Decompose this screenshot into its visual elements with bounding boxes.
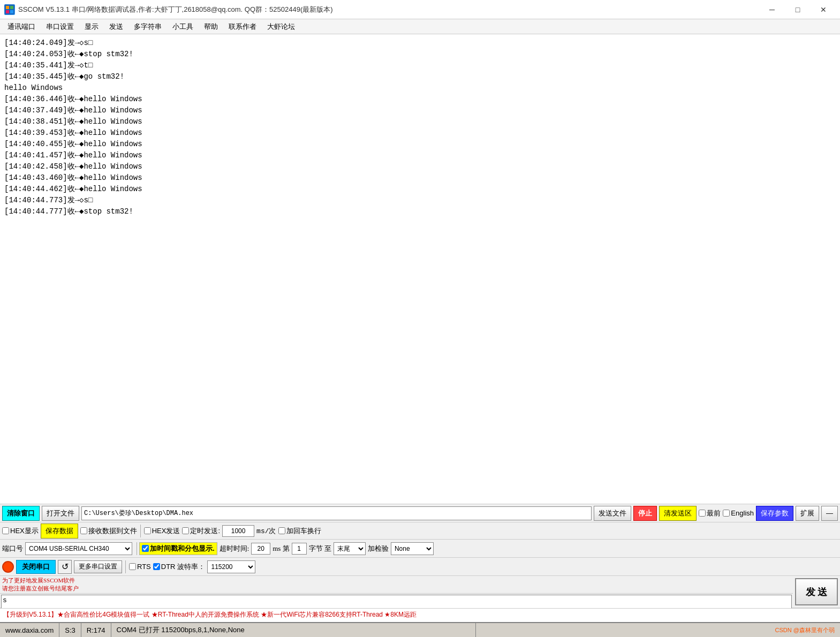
log-line: [14:40:44.462]收←◆hello Windows	[4, 184, 836, 195]
collapse-button[interactable]: —	[821, 506, 838, 521]
log-line: [14:40:40.455]收←◆hello Windows	[4, 139, 836, 150]
window-title: SSCOM V5.13.1 串口/网络数据调试器,作者:大虾丁丁,2618058…	[18, 5, 333, 14]
timed-send-label[interactable]: 定时发送:	[182, 526, 220, 536]
send-button[interactable]: 发 送	[795, 578, 838, 605]
menu-contact[interactable]: 联系作者	[223, 20, 262, 33]
log-line: [14:40:24.049]发→◇s□	[4, 37, 836, 49]
english-label[interactable]: English	[723, 509, 754, 517]
menu-serial-settings[interactable]: 串口设置	[41, 20, 79, 33]
timed-send-checkbox[interactable]	[182, 527, 189, 534]
website-status: www.daxia.com	[0, 623, 59, 637]
english-checkbox[interactable]	[723, 510, 730, 517]
output-area: [14:40:24.049]发→◇s□[14:40:24.053]收←◆stop…	[0, 34, 840, 504]
log-line: [14:40:37.449]收←◆hello Windows	[4, 105, 836, 116]
toolbar-row1: 清除窗口 打开文件 发送文件 停止 清发送区 最前 English 保存参数 扩…	[0, 504, 840, 522]
menu-display[interactable]: 显示	[79, 20, 104, 33]
menu-help[interactable]: 帮助	[199, 20, 223, 33]
open-file-button[interactable]: 打开文件	[42, 506, 79, 521]
expand-button[interactable]: 扩展	[796, 506, 819, 521]
timestamp-label[interactable]: 加时间戳和分包显示.	[139, 542, 217, 555]
close-port-button[interactable]: 关闭串口	[16, 560, 56, 574]
log-line: [14:40:44.773]发→◇s□	[4, 195, 836, 206]
byte-label: 字节 至	[309, 544, 331, 553]
log-line: [14:40:43.460]收←◆hello Windows	[4, 172, 836, 184]
hex-send-checkbox[interactable]	[144, 527, 151, 534]
file-path-input[interactable]	[81, 506, 592, 520]
log-line: [14:40:42.458]收←◆hello Windows	[4, 161, 836, 172]
hex-display-label[interactable]: HEX显示	[2, 526, 39, 536]
menu-bar: 通讯端口 串口设置 显示 发送 多字符串 小工具 帮助 联系作者 大虾论坛	[0, 19, 840, 34]
window-controls: ─ □ ✕	[760, 2, 836, 17]
clear-window-button[interactable]: 清除窗口	[2, 506, 40, 521]
output-lines: [14:40:24.049]发→◇s□[14:40:24.053]收←◆stop…	[4, 37, 836, 217]
log-line: [14:40:39.453]收←◆hello Windows	[4, 127, 836, 139]
recv-to-file-label[interactable]: 接收数据到文件	[80, 526, 137, 536]
timeout-label: 超时时间:	[220, 544, 249, 553]
rts-dtr-row: RTS DTR 波特率： 115200	[129, 560, 255, 573]
port-settings-row: 端口号 COM4 USB-SERIAL CH340 加时间戳和分包显示. 超时时…	[0, 540, 840, 558]
log-line: [14:40:35.445]收←◆go stm32!	[4, 71, 836, 82]
status-bar: www.daxia.com S:3 R:174 COM4 已打开 115200b…	[0, 622, 840, 637]
checksum-select[interactable]: None	[391, 542, 434, 555]
recv-to-file-checkbox[interactable]	[80, 527, 87, 534]
menu-tools[interactable]: 小工具	[167, 20, 199, 33]
port-control-row: 关闭串口 ↺ 更多串口设置 RTS DTR 波特率： 115200	[0, 558, 840, 576]
baud-rate-label: 波特率：	[177, 562, 205, 572]
input-send-row: 为了更好地发展SSCOM软件请您注册嘉立创账号结尾客户 s 发 送	[0, 576, 840, 608]
clear-send-area-button[interactable]: 清发送区	[659, 506, 697, 521]
most-recent-checkbox[interactable]	[699, 510, 706, 517]
close-button[interactable]: ✕	[811, 2, 836, 17]
save-params-button[interactable]: 保存参数	[756, 506, 793, 521]
refresh-button[interactable]: ↺	[58, 560, 72, 574]
log-line: [14:40:38.451]收←◆hello Windows	[4, 116, 836, 127]
rts-label[interactable]: RTS	[129, 563, 151, 571]
menu-communications[interactable]: 通讯端口	[2, 20, 41, 33]
save-data-button[interactable]: 保存数据	[41, 524, 78, 539]
menu-forum[interactable]: 大虾论坛	[262, 20, 300, 33]
hex-send-label[interactable]: HEX发送	[144, 526, 180, 536]
log-line: hello Windows	[4, 82, 836, 94]
timestamp-checkbox[interactable]	[142, 545, 149, 552]
log-line: [14:40:24.053]收←◆stop stm32!	[4, 49, 836, 60]
add-crlf-checkbox[interactable]	[278, 527, 285, 534]
more-settings-button[interactable]: 更多串口设置	[74, 560, 122, 573]
maximize-button[interactable]: □	[785, 2, 810, 17]
dtr-label[interactable]: DTR	[153, 563, 176, 571]
log-line: [14:40:36.446]收←◆hello Windows	[4, 94, 836, 105]
port-num-label: 端口号	[2, 544, 23, 553]
svg-rect-1	[6, 6, 9, 9]
promo-text: 【升级到V5.13.1】★合宙高性价比4G模块值得一试 ★RT-Thread中人…	[3, 611, 417, 618]
timeout-value[interactable]	[251, 543, 270, 555]
send-count-status: S:3	[59, 623, 81, 637]
dtr-checkbox[interactable]	[153, 563, 160, 570]
promo-bar: 【升级到V5.13.1】★合宙高性价比4G模块值得一试 ★RT-Thread中人…	[0, 608, 840, 622]
timeout-unit: ms 第	[273, 544, 289, 553]
title-bar: SSCOM V5.13.1 串口/网络数据调试器,作者:大虾丁丁,2618058…	[0, 0, 840, 19]
stop-button[interactable]: 停止	[633, 506, 657, 521]
byte-from[interactable]	[292, 543, 307, 555]
menu-send[interactable]: 发送	[104, 20, 128, 33]
app-icon	[4, 4, 15, 15]
baud-rate-select[interactable]: 115200	[207, 560, 255, 573]
port-indicator	[2, 561, 14, 573]
menu-multi-string[interactable]: 多字符串	[128, 20, 167, 33]
checksum-label: 加检验	[368, 544, 389, 553]
byte-to-select[interactable]: 末尾	[334, 542, 366, 555]
recv-count-status: R:174	[81, 623, 111, 637]
svg-rect-2	[10, 6, 13, 9]
add-crlf-label[interactable]: 加回车换行	[278, 526, 321, 536]
minimize-button[interactable]: ─	[760, 2, 784, 17]
port-select[interactable]: COM4 USB-SERIAL CH340	[25, 542, 132, 555]
timed-send-value[interactable]	[222, 525, 254, 537]
rts-checkbox[interactable]	[129, 563, 136, 570]
timed-unit: ms/次	[256, 526, 276, 536]
send-file-button[interactable]: 发送文件	[594, 506, 631, 521]
most-recent-label[interactable]: 最前	[699, 509, 721, 518]
svg-rect-4	[10, 10, 13, 13]
log-line: [14:40:44.777]收←◆stop stm32!	[4, 206, 836, 217]
log-line: [14:40:35.441]发→◇t□	[4, 60, 836, 71]
bottom-panel: 清除窗口 打开文件 发送文件 停止 清发送区 最前 English 保存参数 扩…	[0, 504, 840, 608]
hex-display-checkbox[interactable]	[2, 527, 9, 534]
port-status: COM4 已打开 115200bps,8,1,None,None	[111, 623, 476, 637]
csdn-badge: CSDN @森林里有个弱	[476, 623, 840, 637]
